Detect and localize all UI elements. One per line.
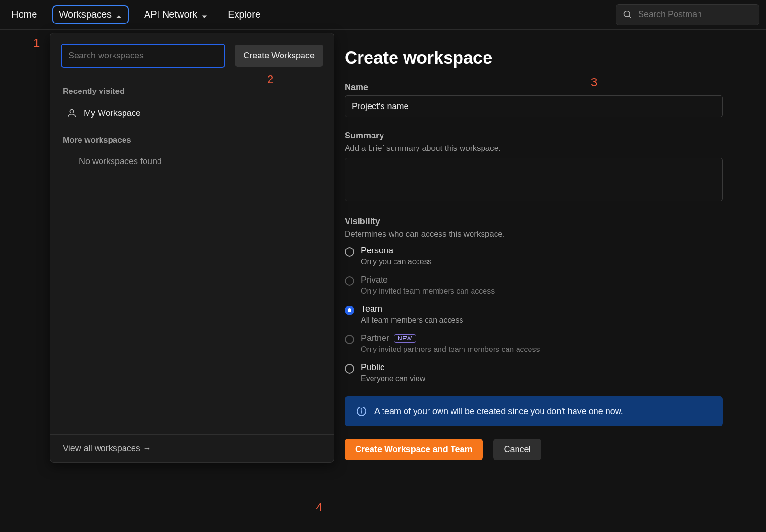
name-input[interactable] (345, 95, 723, 117)
opt-desc: Only invited partners and team members c… (361, 345, 540, 354)
nav-explore-label: Explore (228, 9, 260, 20)
visibility-option-personal[interactable]: Personal Only you can access (345, 246, 723, 266)
name-label: Name (345, 82, 723, 92)
workspace-item-my-workspace[interactable]: My Workspace (63, 103, 321, 123)
visibility-option-public[interactable]: Public Everyone can view (345, 362, 723, 383)
opt-label: Partner NEW (361, 333, 540, 343)
nav-home-label: Home (11, 9, 37, 20)
radio-team[interactable] (345, 306, 354, 315)
global-search-input[interactable] (638, 10, 752, 20)
radio-partner[interactable] (345, 335, 354, 344)
view-all-label: View all workspaces → (63, 443, 151, 453)
svg-point-2 (70, 110, 73, 113)
visibility-option-private[interactable]: Private Only invited team members can ac… (345, 275, 723, 295)
annotation-2: 2 (267, 73, 273, 86)
nav-api-network[interactable]: API Network (139, 5, 213, 24)
global-search[interactable] (616, 4, 759, 25)
radio-public[interactable] (345, 364, 354, 374)
visibility-sublabel: Determines who can access this workspace… (345, 229, 723, 239)
workspace-search-input[interactable] (68, 51, 217, 61)
visibility-option-partner[interactable]: Partner NEW Only invited partners and te… (345, 333, 723, 354)
opt-label: Personal (361, 246, 432, 256)
info-banner: A team of your own will be created since… (345, 396, 723, 426)
create-workspace-label: Create Workspace (243, 51, 315, 61)
cancel-btn-label: Cancel (504, 444, 530, 454)
nav-explore[interactable]: Explore (223, 5, 265, 24)
chevron-down-icon (201, 11, 208, 18)
opt-desc: All team members can access (361, 316, 463, 325)
page-title: Create workspace (345, 48, 723, 68)
svg-point-5 (361, 409, 362, 409)
radio-personal[interactable] (345, 247, 354, 257)
create-workspace-and-team-button[interactable]: Create Workspace and Team (345, 439, 483, 460)
svg-point-0 (624, 11, 630, 17)
annotation-4: 4 (316, 501, 322, 514)
opt-label: Public (361, 362, 425, 373)
nav-home[interactable]: Home (7, 5, 42, 24)
info-message: A team of your own will be created since… (374, 407, 623, 417)
nav-api-network-label: API Network (144, 9, 197, 20)
annotation-1: 1 (34, 36, 40, 50)
new-badge: NEW (394, 334, 416, 343)
summary-input[interactable] (345, 158, 723, 201)
radio-private[interactable] (345, 276, 354, 286)
create-workspace-button[interactable]: Create Workspace (235, 45, 323, 67)
svg-line-1 (629, 16, 631, 18)
visibility-option-team[interactable]: Team All team members can access (345, 304, 723, 325)
workspace-item-label: My Workspace (84, 108, 141, 118)
chevron-up-icon (115, 11, 122, 18)
search-icon (623, 10, 632, 20)
opt-label: Team (361, 304, 463, 314)
annotation-3: 3 (591, 76, 597, 89)
info-icon (356, 406, 367, 417)
cancel-button[interactable]: Cancel (493, 439, 541, 460)
workspace-search[interactable] (61, 44, 225, 68)
nav-workspaces[interactable]: Workspaces (52, 5, 129, 24)
no-workspaces-text: No workspaces found (63, 152, 321, 171)
opt-desc: Only invited team members can access (361, 287, 495, 295)
top-nav: Home Workspaces API Network Explore (0, 0, 766, 30)
opt-label: Private (361, 275, 495, 285)
view-all-workspaces[interactable]: View all workspaces → (50, 434, 334, 462)
workspaces-dropdown: Create Workspace Recently visited My Wor… (50, 33, 334, 463)
recently-visited-heading: Recently visited (63, 87, 321, 96)
visibility-label: Visibility (345, 216, 723, 226)
opt-desc: Only you can access (361, 258, 432, 266)
primary-btn-label: Create Workspace and Team (355, 444, 472, 454)
nav-workspaces-label: Workspaces (59, 9, 112, 20)
opt-desc: Everyone can view (361, 374, 425, 383)
summary-label: Summary (345, 131, 723, 141)
create-workspace-form: Create workspace Name Summary Add a brie… (345, 48, 723, 460)
person-icon (67, 108, 77, 118)
summary-sublabel: Add a brief summary about this workspace… (345, 144, 723, 153)
more-workspaces-heading: More workspaces (63, 136, 321, 145)
